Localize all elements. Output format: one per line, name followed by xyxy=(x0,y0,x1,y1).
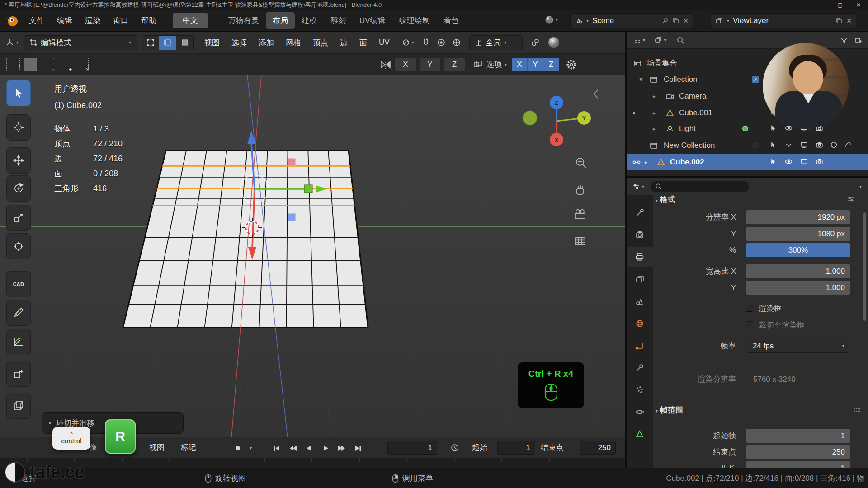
tool-tweak-select[interactable] xyxy=(6,80,31,106)
new-collection-icon[interactable] xyxy=(854,36,863,44)
preset-icon[interactable] xyxy=(847,196,854,202)
mesh-plane[interactable] xyxy=(123,150,368,328)
aspect-x-field[interactable]: 1.000 xyxy=(746,264,850,278)
tab-physics[interactable] xyxy=(627,402,653,422)
properties-editor-type-button[interactable]: ▾ xyxy=(632,183,644,191)
properties-search-input[interactable] xyxy=(651,181,749,192)
menu-view[interactable]: 视图 xyxy=(198,38,226,48)
tool-rotate[interactable] xyxy=(6,175,31,202)
crop-checkbox[interactable] xyxy=(746,321,753,328)
select-extend-icon[interactable] xyxy=(24,58,37,71)
select-invert-icon[interactable]: + xyxy=(58,58,71,71)
unlink-scene-icon[interactable]: ✕ xyxy=(683,17,689,24)
scene-selector[interactable]: ▾ Scene ✕ xyxy=(570,13,693,28)
tool-transform[interactable] xyxy=(6,233,31,259)
orientation-dropdown[interactable]: 全局 ▾ xyxy=(469,35,523,50)
tool-scale[interactable] xyxy=(6,205,31,231)
jump-to-end-button[interactable] xyxy=(351,443,365,453)
frame-end-field[interactable]: 250 xyxy=(746,445,850,459)
select-intersect-icon[interactable]: × xyxy=(75,58,89,71)
selectable-icon[interactable] xyxy=(769,158,777,165)
border-checkbox[interactable] xyxy=(746,305,753,312)
maximize-button[interactable]: ▢ xyxy=(838,2,843,8)
frame-start-field[interactable]: 1 xyxy=(746,429,850,443)
holdout-icon[interactable] xyxy=(830,141,838,149)
timeline-view-menu[interactable]: 视图 xyxy=(149,437,165,458)
tab-view-layer[interactable] xyxy=(627,269,653,290)
tab-modifiers[interactable] xyxy=(627,357,653,378)
camera-view-button[interactable] xyxy=(575,210,585,219)
timeline-ruler[interactable] xyxy=(0,458,625,468)
play-button[interactable] xyxy=(318,443,333,453)
navigation-gizmo[interactable]: Z Y X xyxy=(523,96,591,146)
play-reverse-button[interactable] xyxy=(302,443,316,453)
mode-dropdown[interactable]: 编辑模式 ▾ xyxy=(24,35,137,50)
tab-uv-editing[interactable]: UV编辑 xyxy=(353,12,392,29)
zoom-button[interactable] xyxy=(576,158,586,168)
select-set-icon[interactable] xyxy=(6,58,20,71)
3d-viewport[interactable]: Z Y X xyxy=(0,75,625,437)
gear-icon[interactable] xyxy=(566,59,577,70)
copy-icon[interactable] xyxy=(672,17,679,24)
minimize-button[interactable]: — xyxy=(819,2,824,8)
menu-add[interactable]: 添加 xyxy=(253,38,280,48)
disclosure-icon[interactable]: ▼ xyxy=(638,71,644,88)
menu-window[interactable]: 窗口 xyxy=(107,15,135,26)
tab-output[interactable] xyxy=(627,247,653,267)
viewlayer-selector[interactable]: ▾ ViewLayer ✕ xyxy=(711,13,856,28)
collection-checkbox[interactable]: ✓ xyxy=(752,76,759,83)
tool-move[interactable] xyxy=(6,147,31,174)
tool-add-primitive[interactable] xyxy=(6,361,31,387)
tab-object-data[interactable] xyxy=(627,424,653,445)
vertex-select-button[interactable] xyxy=(142,36,159,50)
disclosure-icon[interactable]: ▸ xyxy=(653,105,656,121)
frame-step-field[interactable]: 1 xyxy=(746,461,850,468)
next-keyframe-button[interactable] xyxy=(335,443,349,453)
menu-select[interactable]: 选择 xyxy=(226,38,253,48)
tool-measure[interactable] xyxy=(6,329,31,355)
face-select-button[interactable] xyxy=(176,36,193,50)
tool-cad-transform[interactable]: CAD xyxy=(6,271,31,297)
outliner-editor-type-button[interactable]: ▾ xyxy=(633,36,645,44)
current-frame-field[interactable]: 1 xyxy=(387,441,437,455)
mirror-z-button[interactable]: Z xyxy=(444,58,465,71)
gizmo-toggle-icon[interactable] xyxy=(452,38,461,47)
tab-modeling[interactable]: 建模 xyxy=(295,12,324,29)
screen-icon[interactable] xyxy=(800,158,808,165)
close-button[interactable]: ✕ xyxy=(856,2,861,8)
menu-file[interactable]: 文件 xyxy=(23,15,51,26)
tab-layout[interactable]: 布局 xyxy=(266,12,295,29)
menu-uv[interactable]: UV xyxy=(373,38,396,47)
selectable-icon[interactable] xyxy=(769,141,777,149)
menu-edit[interactable]: 编辑 xyxy=(51,15,79,26)
falloff-dropdown[interactable]: ▾ xyxy=(402,38,414,47)
clock-icon[interactable] xyxy=(450,443,459,452)
pin-icon[interactable] xyxy=(661,17,669,24)
disclosure-icon[interactable]: ▸ xyxy=(653,88,656,104)
resolution-percent-slider[interactable]: 300% xyxy=(746,243,850,257)
autokey-record-icon[interactable] xyxy=(233,445,242,452)
outliner-row-cube002[interactable]: ▸ Cube.002 xyxy=(627,154,868,170)
render-camera-icon[interactable] xyxy=(816,141,823,149)
snap-magnet-icon[interactable] xyxy=(421,38,430,47)
tab-render[interactable] xyxy=(627,225,653,245)
selectable-icon[interactable] xyxy=(769,124,777,132)
options-dropdown[interactable]: 选项 ▾ xyxy=(486,59,507,70)
language-button[interactable]: 中文 xyxy=(173,13,208,28)
timeline-marker-menu[interactable]: 标记 xyxy=(181,437,196,458)
jump-to-start-button[interactable] xyxy=(269,443,284,453)
resolution-y-field[interactable]: 1080 px xyxy=(746,227,850,241)
tab-shading[interactable]: 着色 xyxy=(437,12,466,29)
tab-scene[interactable] xyxy=(627,291,653,312)
proportional-editing-icon[interactable] xyxy=(437,38,446,47)
grid-ortho-button[interactable] xyxy=(575,238,585,245)
menu-render[interactable]: 渲染 xyxy=(79,15,107,26)
shading-sphere-icon[interactable] xyxy=(547,36,561,49)
collection-checkbox[interactable] xyxy=(752,142,759,149)
axis-y-button[interactable]: Y xyxy=(528,58,543,71)
search-icon[interactable] xyxy=(676,36,684,44)
render-camera-icon[interactable] xyxy=(816,158,823,165)
chevron-down-icon[interactable]: ▾ xyxy=(250,446,252,450)
tool-annotate[interactable] xyxy=(6,300,31,326)
copy-icon[interactable] xyxy=(835,17,843,24)
